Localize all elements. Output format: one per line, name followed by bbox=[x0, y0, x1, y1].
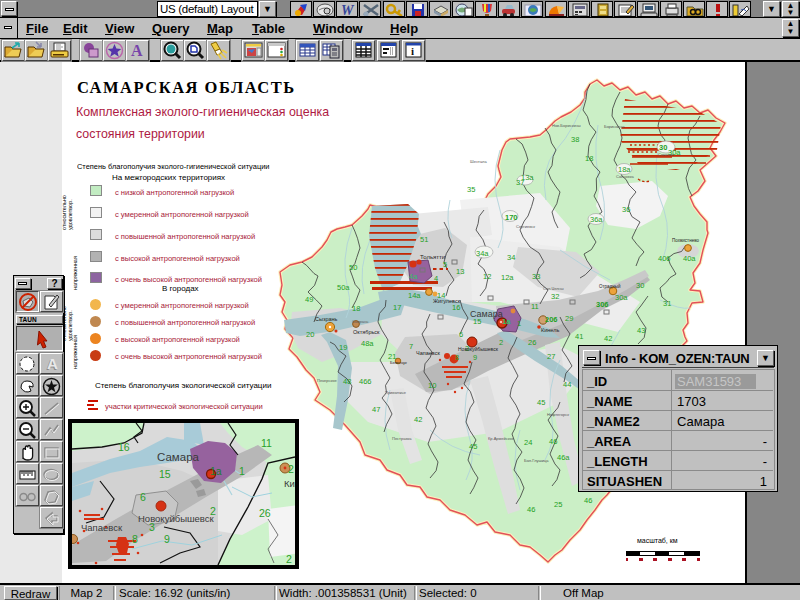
svg-text:34: 34 bbox=[507, 253, 515, 262]
svg-text:Сосновка: Сосновка bbox=[616, 174, 635, 179]
svg-text:46a: 46a bbox=[557, 453, 570, 462]
svg-text:Жигулевск: Жигулевск bbox=[433, 298, 461, 304]
svg-text:48a: 48a bbox=[361, 339, 374, 348]
svg-text:11: 11 bbox=[261, 437, 272, 449]
svg-text:Безенчук: Безенчук bbox=[390, 360, 407, 365]
svg-text:Чапаевск: Чапаевск bbox=[416, 350, 440, 356]
svg-text:i: i bbox=[411, 45, 414, 57]
svg-text:5: 5 bbox=[443, 260, 447, 269]
svg-text:Приволжье: Приволжье bbox=[385, 390, 407, 395]
svg-text:2: 2 bbox=[499, 338, 503, 347]
svg-text:7: 7 bbox=[409, 342, 413, 351]
svg-text:26: 26 bbox=[259, 507, 271, 519]
svg-text:46: 46 bbox=[527, 505, 535, 514]
svg-text:Шентала: Шентала bbox=[470, 159, 487, 164]
svg-text:2: 2 bbox=[288, 463, 294, 475]
svg-text:29: 29 bbox=[565, 314, 573, 323]
svg-text:48: 48 bbox=[343, 377, 351, 386]
svg-text:Тольятти: Тольятти bbox=[420, 254, 445, 260]
svg-text:4a: 4a bbox=[409, 272, 418, 281]
svg-text:Новокуйбышевск: Новокуйбышевск bbox=[458, 346, 499, 352]
svg-text:31: 31 bbox=[663, 299, 671, 308]
svg-text:Сол.Челны: Сол.Челны bbox=[543, 286, 564, 291]
svg-text:30: 30 bbox=[636, 281, 644, 290]
svg-text:20: 20 bbox=[306, 330, 314, 339]
svg-text:Соколки: Соколки bbox=[658, 152, 673, 157]
svg-text:Пестравка: Пестравка bbox=[392, 436, 412, 441]
svg-text:12a: 12a bbox=[501, 273, 514, 282]
svg-text:44: 44 bbox=[563, 380, 571, 389]
svg-text:Сызрань: Сызрань bbox=[315, 316, 338, 322]
svg-text:30a: 30a bbox=[615, 293, 628, 302]
svg-text:16: 16 bbox=[452, 303, 460, 312]
svg-text:45: 45 bbox=[537, 398, 545, 407]
svg-text:1: 1 bbox=[239, 465, 245, 477]
svg-text:W: W bbox=[341, 3, 355, 17]
svg-text:27: 27 bbox=[547, 352, 555, 361]
svg-text:Чапаевск: Чапаевск bbox=[81, 522, 123, 533]
svg-text:A: A bbox=[47, 355, 58, 372]
svg-text:6: 6 bbox=[140, 491, 146, 503]
svg-text:50: 50 bbox=[349, 263, 357, 272]
svg-text:38: 38 bbox=[571, 135, 579, 144]
svg-text:30: 30 bbox=[659, 143, 667, 152]
svg-text:A: A bbox=[131, 42, 143, 59]
svg-text:46: 46 bbox=[584, 496, 592, 505]
svg-text:32: 32 bbox=[551, 292, 559, 301]
svg-text:18a: 18a bbox=[618, 165, 631, 174]
svg-text:49: 49 bbox=[305, 295, 313, 304]
svg-text:46: 46 bbox=[549, 437, 557, 446]
svg-text:1a: 1a bbox=[502, 317, 511, 326]
svg-text:17: 17 bbox=[393, 303, 401, 312]
svg-text:Похвистнево: Похвистнево bbox=[672, 238, 699, 243]
svg-text:34a: 34a bbox=[476, 249, 489, 258]
svg-text:13a: 13a bbox=[521, 173, 534, 182]
svg-text:50a: 50a bbox=[337, 283, 350, 292]
svg-text:35: 35 bbox=[467, 185, 475, 194]
svg-text:41: 41 bbox=[575, 332, 583, 341]
svg-text:406: 406 bbox=[658, 254, 671, 263]
svg-text:6: 6 bbox=[459, 330, 463, 339]
svg-text:36: 36 bbox=[622, 205, 630, 214]
svg-text:14a: 14a bbox=[408, 291, 421, 300]
svg-text:170: 170 bbox=[505, 213, 518, 222]
svg-text:1: 1 bbox=[517, 319, 521, 328]
svg-text:42: 42 bbox=[604, 334, 612, 343]
svg-text:Отрадный: Отрадный bbox=[599, 283, 621, 289]
svg-text:Нов.Борискины: Нов.Борискины bbox=[552, 123, 581, 128]
svg-text:Кинель: Кинель bbox=[541, 327, 559, 333]
svg-text:12: 12 bbox=[483, 272, 491, 281]
svg-text:36a: 36a bbox=[590, 215, 603, 224]
svg-text:Октябрьск: Октябрьск bbox=[353, 329, 380, 335]
svg-text:8: 8 bbox=[132, 533, 138, 545]
svg-text:1a: 1a bbox=[210, 465, 222, 477]
svg-text:Бол.Глушица: Бол.Глушица bbox=[524, 458, 549, 463]
svg-text:9: 9 bbox=[473, 353, 477, 362]
svg-text:13: 13 bbox=[456, 267, 464, 276]
svg-text:18: 18 bbox=[352, 304, 360, 313]
svg-text:10: 10 bbox=[428, 381, 436, 390]
svg-text:Самара: Самара bbox=[157, 451, 200, 463]
svg-text:Борискины: Борискины bbox=[604, 124, 625, 129]
svg-text:43: 43 bbox=[637, 326, 645, 335]
svg-text:2: 2 bbox=[286, 553, 292, 565]
svg-text:45: 45 bbox=[469, 442, 477, 451]
svg-text:51: 51 bbox=[420, 235, 428, 244]
svg-text:466: 466 bbox=[359, 377, 372, 386]
svg-text:25: 25 bbox=[554, 500, 562, 509]
svg-text:Кр.Армейское: Кр.Армейское bbox=[488, 436, 515, 441]
svg-text:26: 26 bbox=[528, 338, 536, 347]
svg-text:40a: 40a bbox=[683, 254, 696, 263]
svg-text:Кине: Кине bbox=[284, 478, 295, 489]
svg-text:15: 15 bbox=[159, 468, 171, 480]
svg-text:масштаб, км: масштаб, км bbox=[637, 537, 678, 544]
svg-text:16: 16 bbox=[118, 441, 130, 453]
svg-text:8: 8 bbox=[455, 353, 459, 362]
svg-text:Нефтегорск: Нефтегорск bbox=[547, 412, 569, 417]
svg-text:24: 24 bbox=[524, 438, 532, 447]
svg-text:33: 33 bbox=[532, 272, 540, 281]
svg-text:Самара: Самара bbox=[470, 309, 503, 319]
svg-text:4: 4 bbox=[434, 274, 438, 283]
svg-text:Печерское: Печерское bbox=[317, 378, 338, 383]
svg-text:18: 18 bbox=[585, 154, 593, 163]
